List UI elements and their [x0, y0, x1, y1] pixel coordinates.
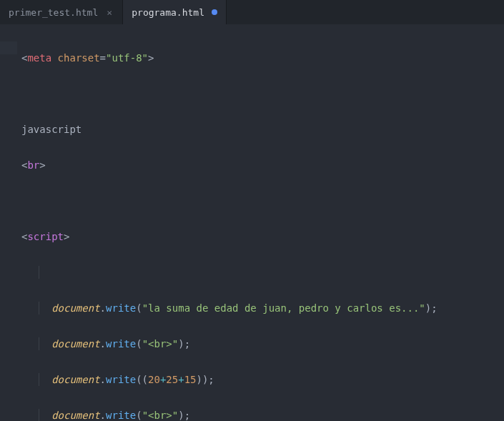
- line-number: [0, 363, 17, 376]
- tab-primer-test[interactable]: primer_test.html ×: [0, 0, 123, 24]
- line-number: [0, 29, 17, 41]
- code-line: document.write((20+25+15));: [21, 373, 504, 386]
- line-number: [0, 350, 17, 363]
- code-line: <br>: [21, 159, 504, 172]
- code-line: <meta charset="utf-8">: [21, 51, 504, 64]
- tab-bar: primer_test.html × programa.html: [0, 0, 504, 24]
- line-number: [0, 222, 17, 234]
- line-number: [0, 234, 17, 247]
- code-line: javascript: [21, 123, 504, 136]
- gutter: [0, 24, 17, 421]
- line-number: [0, 67, 17, 80]
- line-number: [0, 260, 17, 273]
- code-line: document.write("la suma de edad de juan,…: [21, 302, 504, 314]
- line-number: [0, 144, 17, 157]
- unsaved-dot-icon: [212, 9, 217, 15]
- line-number: [0, 196, 17, 209]
- line-number: [0, 337, 17, 350]
- line-number: [0, 389, 17, 402]
- editor: <meta charset="utf-8"> javascript <br> <…: [0, 24, 504, 421]
- line-number: [0, 299, 17, 312]
- code-line: [21, 87, 504, 100]
- line-number: [0, 247, 17, 260]
- line-number: [0, 157, 17, 170]
- line-number: [0, 312, 17, 325]
- tab-label: programa.html: [132, 7, 204, 18]
- code-line: [21, 266, 504, 279]
- code-line: <script>: [21, 230, 504, 243]
- close-icon[interactable]: ×: [105, 7, 114, 18]
- line-number: [0, 54, 17, 67]
- line-number: [0, 286, 17, 299]
- tab-label: primer_test.html: [9, 7, 98, 18]
- line-number: [0, 170, 17, 183]
- line-number: [0, 119, 17, 132]
- code-line: document.write("<br>");: [21, 409, 504, 421]
- line-number: [0, 183, 17, 196]
- code-line: [21, 194, 504, 207]
- line-number: [0, 376, 17, 389]
- tab-programa[interactable]: programa.html: [123, 0, 227, 24]
- line-number: [0, 273, 17, 286]
- line-number: [0, 106, 17, 119]
- code-area[interactable]: <meta charset="utf-8"> javascript <br> <…: [17, 24, 504, 421]
- line-number: [0, 41, 17, 54]
- line-number: [0, 209, 17, 222]
- line-number: [0, 80, 17, 93]
- line-number: [0, 325, 17, 337]
- code-line: document.write("<br>");: [21, 337, 504, 350]
- line-number: [0, 93, 17, 106]
- line-number: [0, 132, 17, 144]
- line-number: [0, 402, 17, 415]
